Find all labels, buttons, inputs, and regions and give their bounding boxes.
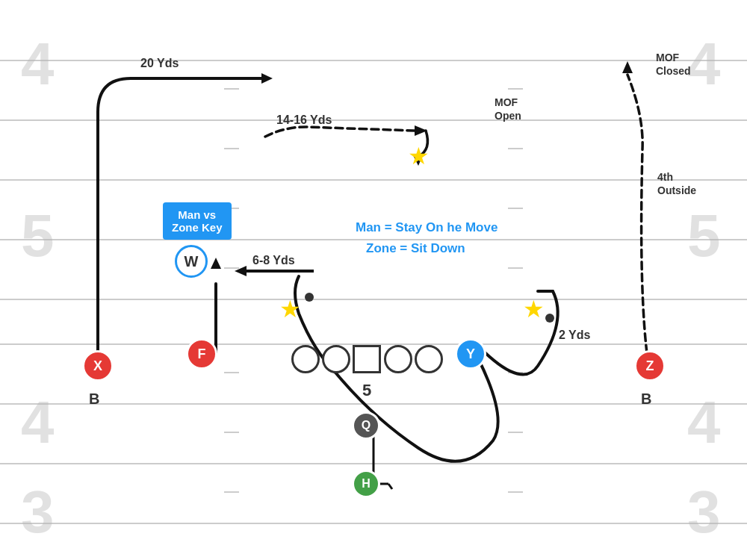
svg-marker-4 (622, 61, 633, 73)
football-field: 4 4 5 5 4 4 3 3 (0, 0, 747, 560)
label-14-16yds: 14-16 Yds (276, 113, 332, 127)
route-dot-y (545, 314, 554, 323)
player-w: W (175, 245, 208, 278)
center-player (353, 345, 381, 373)
label-b-left: B (89, 391, 99, 408)
player-z: Z (634, 350, 666, 382)
player-y: Y (455, 338, 486, 370)
player-h: H (352, 470, 380, 498)
ol-player (291, 345, 320, 373)
label-zone-text: Zone = Sit Down (366, 241, 465, 256)
svg-line-8 (388, 484, 392, 489)
star-2yds: ★ (523, 295, 545, 323)
star-14-16: ★ (408, 142, 430, 170)
label-6-8yds: 6-8 Yds (252, 254, 295, 267)
svg-marker-5 (235, 266, 247, 276)
label-mof-open: MOFOpen (495, 96, 521, 122)
label-20yds: 20 Yds (140, 57, 179, 70)
player-f: F (186, 338, 217, 370)
player-x: X (82, 350, 114, 382)
label-man-text: Man = Stay On he Move (356, 220, 498, 235)
label-mof-closed: MOFClosed (656, 51, 691, 78)
ol-player (322, 345, 350, 373)
star-6-8: ★ (279, 295, 301, 323)
label-2yds: 2 Yds (559, 329, 590, 342)
label-b-right: B (641, 391, 651, 408)
svg-marker-0 (261, 73, 273, 84)
svg-marker-1 (211, 258, 221, 269)
label-4th-outside: 4thOutside (657, 170, 696, 197)
label-5: 5 (362, 381, 371, 400)
ol-player (415, 345, 443, 373)
player-q: Q (352, 411, 380, 440)
man-zone-key-box: Man vsZone Key (163, 202, 232, 240)
route-dot-center (305, 293, 314, 302)
ol-player (384, 345, 412, 373)
